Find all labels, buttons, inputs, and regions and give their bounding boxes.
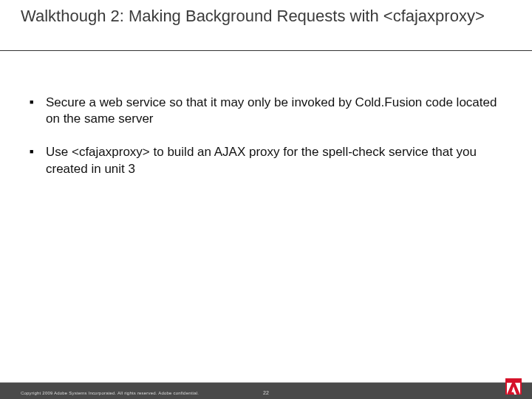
footer-copyright: Copyright 2009 Adobe Systems Incorporate… [21,391,199,395]
slide: Walkthough 2: Making Background Requests… [0,0,532,399]
title-block: Walkthough 2: Making Background Requests… [0,0,532,27]
bullet-list: Secure a web service so that it may only… [30,95,502,179]
slide-body: Secure a web service so that it may only… [0,27,532,179]
adobe-logo-icon [505,378,522,395]
slide-title: Walkthough 2: Making Background Requests… [21,6,532,27]
footer: Copyright 2009 Adobe Systems Incorporate… [0,381,532,399]
list-item: Use <cfajaxproxy> to build an AJAX proxy… [30,144,502,178]
list-item: Secure a web service so that it may only… [30,95,502,129]
title-rule [0,50,532,51]
footer-page-number: 22 [263,390,269,395]
